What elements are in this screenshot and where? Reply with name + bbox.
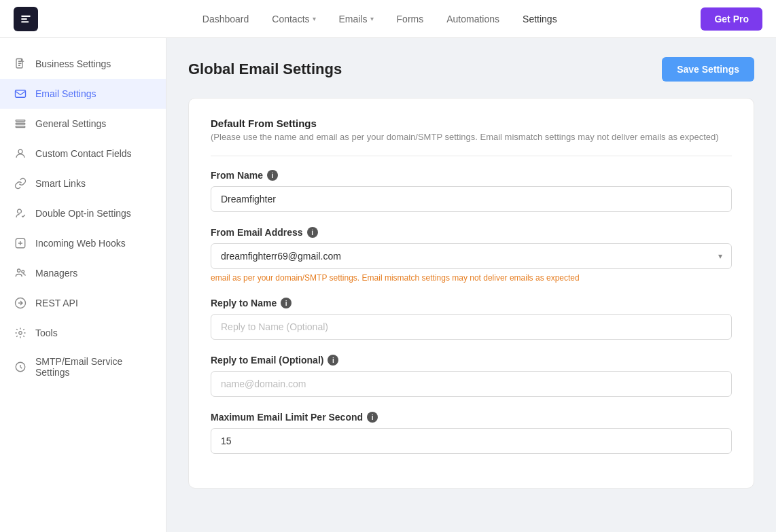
file-icon	[14, 57, 27, 71]
sidebar-item-label: Tools	[35, 327, 58, 338]
sidebar-item-label: Incoming Web Hooks	[35, 238, 126, 249]
divider	[211, 156, 732, 156]
nav-automations[interactable]: Automations	[437, 8, 509, 30]
sidebar-item-smart-links[interactable]: Smart Links	[0, 169, 166, 198]
reply-email-input[interactable]	[211, 371, 732, 397]
reply-name-field-group: Reply to Name i	[211, 298, 732, 340]
sidebar: Business Settings Email Settings Genera	[0, 38, 166, 532]
svg-point-10	[22, 270, 24, 273]
sidebar-item-business-settings[interactable]: Business Settings	[0, 49, 166, 79]
settings-icon	[14, 117, 27, 130]
max-email-label: Maximum Email Limit Per Second i	[211, 412, 732, 423]
page-title: Global Email Settings	[188, 60, 342, 78]
max-email-field-group: Maximum Email Limit Per Second i	[211, 412, 732, 454]
sidebar-item-label: Email Settings	[35, 88, 96, 99]
sidebar-item-label: Custom Contact Fields	[35, 148, 132, 159]
from-email-select[interactable]: dreamfighterr69@gmail.com	[211, 243, 732, 269]
from-email-info-icon[interactable]: i	[307, 227, 318, 238]
nav-forms[interactable]: Forms	[387, 8, 434, 30]
webhook-icon	[14, 236, 27, 250]
from-name-field-group: From Name i	[211, 170, 732, 212]
reply-name-input[interactable]	[211, 314, 732, 340]
max-email-input[interactable]	[211, 428, 732, 454]
reply-name-info-icon[interactable]: i	[281, 298, 292, 308]
section-subtitle: (Please use the name and email as per yo…	[211, 132, 732, 142]
svg-point-11	[19, 332, 22, 335]
svg-point-6	[18, 149, 22, 154]
sidebar-item-label: Double Opt-in Settings	[35, 208, 131, 219]
nav-links: Dashboard Contacts ▾ Emails ▾ Forms Auto…	[58, 8, 701, 30]
sidebar-item-custom-contact-fields[interactable]: Custom Contact Fields	[0, 139, 166, 169]
sidebar-item-double-optin[interactable]: Double Opt-in Settings	[0, 198, 166, 228]
tools-icon	[14, 326, 27, 340]
nav-dashboard[interactable]: Dashboard	[193, 8, 259, 30]
page-header: Global Email Settings Save Settings	[188, 57, 754, 82]
logo[interactable]	[14, 7, 38, 31]
nav-contacts[interactable]: Contacts ▾	[262, 8, 325, 30]
from-name-input[interactable]	[211, 186, 732, 212]
chevron-down-icon: ▾	[313, 15, 316, 22]
reply-email-label: Reply to Email (Optional) i	[211, 355, 732, 366]
form-card: Default From Settings (Please use the na…	[188, 98, 754, 489]
svg-rect-3	[16, 120, 25, 122]
max-email-info-icon[interactable]: i	[367, 412, 378, 423]
section-title: Default From Settings	[211, 118, 732, 129]
sidebar-item-smtp[interactable]: SMTP/Email Service Settings	[0, 348, 166, 386]
from-name-info-icon[interactable]: i	[267, 170, 278, 181]
reply-email-field-group: Reply to Email (Optional) i	[211, 355, 732, 397]
sidebar-item-tools[interactable]: Tools	[0, 318, 166, 348]
api-icon	[14, 296, 27, 310]
person-check-icon	[14, 207, 27, 220]
main-content: Global Email Settings Save Settings Defa…	[166, 38, 776, 532]
top-navigation: Dashboard Contacts ▾ Emails ▾ Forms Auto…	[0, 0, 776, 38]
sidebar-item-email-settings[interactable]: Email Settings	[0, 79, 166, 109]
link-icon	[14, 177, 27, 190]
sidebar-item-label: Smart Links	[35, 178, 86, 189]
svg-point-9	[18, 269, 21, 272]
from-email-warning: email as per your domain/SMTP settings. …	[211, 273, 732, 283]
sidebar-item-label: REST API	[35, 298, 78, 308]
svg-rect-5	[16, 126, 25, 128]
nav-settings[interactable]: Settings	[513, 8, 567, 30]
person-icon	[14, 147, 27, 160]
nav-emails[interactable]: Emails ▾	[330, 8, 383, 30]
sidebar-item-general-settings[interactable]: General Settings	[0, 109, 166, 139]
sidebar-item-label: General Settings	[35, 118, 106, 129]
svg-point-7	[18, 209, 22, 213]
chevron-down-icon: ▾	[370, 15, 374, 22]
sidebar-item-label: Managers	[35, 268, 77, 279]
reply-email-info-icon[interactable]: i	[328, 355, 338, 366]
smtp-icon	[14, 360, 27, 374]
email-icon	[14, 87, 27, 101]
from-name-label: From Name i	[211, 170, 732, 181]
from-email-label: From Email Address i	[211, 227, 732, 238]
sidebar-item-incoming-webhooks[interactable]: Incoming Web Hooks	[0, 228, 166, 258]
page-layout: Business Settings Email Settings Genera	[0, 38, 776, 532]
sidebar-item-rest-api[interactable]: REST API	[0, 288, 166, 318]
sidebar-item-managers[interactable]: Managers	[0, 258, 166, 288]
from-email-select-wrapper: dreamfighterr69@gmail.com ▾	[211, 243, 732, 269]
svg-rect-2	[16, 90, 26, 98]
save-settings-button[interactable]: Save Settings	[662, 57, 754, 82]
reply-name-label: Reply to Name i	[211, 298, 732, 308]
get-pro-button[interactable]: Get Pro	[701, 7, 762, 31]
sidebar-item-label: Business Settings	[35, 58, 111, 69]
svg-rect-4	[16, 123, 25, 124]
managers-icon	[14, 266, 27, 280]
sidebar-item-label: SMTP/Email Service Settings	[35, 356, 152, 378]
from-email-field-group: From Email Address i dreamfighterr69@gma…	[211, 227, 732, 283]
